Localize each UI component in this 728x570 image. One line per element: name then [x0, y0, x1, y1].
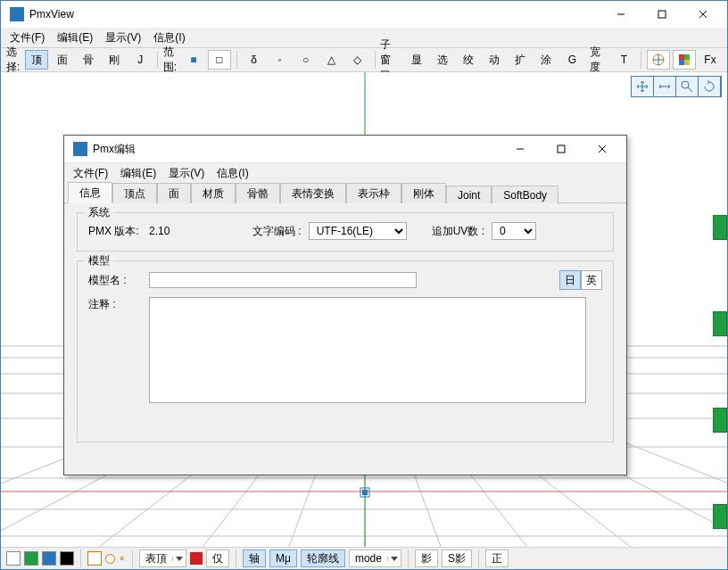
- child-close-button[interactable]: [582, 136, 623, 162]
- tab-bone[interactable]: 骨骼: [236, 183, 280, 203]
- lang-en-button[interactable]: 英: [581, 270, 602, 290]
- sshadow-button[interactable]: S影: [442, 549, 472, 567]
- range-dot-button[interactable]: ■: [182, 50, 205, 70]
- model-name-label: 模型名 :: [88, 273, 142, 288]
- fx-button[interactable]: Fx: [699, 50, 722, 70]
- encoding-select[interactable]: UTF-16(LE): [309, 222, 407, 240]
- range-mid-button[interactable]: ◦: [269, 50, 292, 70]
- sub-g-button[interactable]: G: [560, 50, 583, 70]
- sub-d-button[interactable]: 动: [483, 50, 506, 70]
- model-name-input[interactable]: [149, 272, 417, 288]
- svg-rect-34: [362, 490, 368, 495]
- encoding-label: 文字编码 :: [252, 224, 302, 239]
- bg-white-button[interactable]: [6, 551, 21, 566]
- pmx-version-label: PMX 版本:: [88, 224, 142, 239]
- sel-face-button[interactable]: 面: [51, 50, 74, 70]
- side-tab-2[interactable]: [713, 311, 727, 336]
- move-button[interactable]: [653, 76, 676, 97]
- tab-rigid[interactable]: 刚体: [401, 183, 446, 203]
- sub-t-button[interactable]: T: [612, 50, 635, 70]
- pmxview-window: PmxView 文件(F) 编辑(E) 显示(V) 信息(I) 选择: 顶 面 …: [0, 0, 728, 570]
- child-menu-edit[interactable]: 编辑(E): [120, 166, 156, 181]
- child-menu-file[interactable]: 文件(F): [73, 166, 108, 181]
- range-tri-button[interactable]: △: [320, 50, 343, 70]
- range-circ-button[interactable]: ○: [294, 50, 318, 70]
- menu-edit[interactable]: 编辑(E): [57, 30, 93, 45]
- sub-c-button[interactable]: 绞: [457, 50, 480, 70]
- range-rect-button[interactable]: □: [208, 50, 231, 70]
- tab-vertex[interactable]: 顶点: [112, 183, 157, 203]
- comment-textarea[interactable]: [149, 297, 586, 403]
- system-group: 系统 PMX 版本: 2.10 文字编码 : UTF-16(LE) 追加UV数 …: [77, 212, 614, 252]
- child-menu-info[interactable]: 信息(I): [217, 166, 248, 181]
- separator: [641, 51, 641, 69]
- menu-view[interactable]: 显示(V): [105, 30, 141, 45]
- pan-button[interactable]: [631, 76, 654, 97]
- shadow-button[interactable]: 影: [415, 549, 438, 567]
- pmx-editor-window: Pmx编辑 文件(F) 编辑(E) 显示(V) 信息(I) 信息 顶点 面 材质…: [63, 135, 627, 475]
- range-label: 范围:: [163, 45, 178, 75]
- separator: [408, 549, 409, 567]
- sel-rigid-button[interactable]: 刚: [103, 50, 126, 70]
- red-square-icon[interactable]: [190, 552, 203, 565]
- bg-blue-button[interactable]: [42, 551, 56, 566]
- sub-a-button[interactable]: 显: [405, 50, 428, 70]
- sub-b-button[interactable]: 选: [431, 50, 454, 70]
- svg-line-39: [688, 87, 692, 92]
- svg-rect-41: [558, 145, 565, 153]
- lang-jp-button[interactable]: 日: [559, 270, 581, 290]
- child-minimize-button[interactable]: [500, 136, 541, 162]
- rotate-button[interactable]: [698, 76, 721, 97]
- color-circle-button[interactable]: [647, 50, 670, 70]
- side-tab-1[interactable]: [713, 215, 727, 240]
- tab-frame[interactable]: 表示枠: [346, 183, 401, 203]
- close-button[interactable]: [682, 1, 724, 28]
- sel-joint-button[interactable]: J: [128, 50, 152, 70]
- uv-select[interactable]: 0: [492, 222, 536, 240]
- tab-softbody[interactable]: SoftBody: [492, 186, 558, 203]
- quad-color-button[interactable]: [673, 50, 696, 70]
- side-tab-3[interactable]: [713, 408, 727, 433]
- uv-label: 追加UV数 :: [432, 224, 484, 239]
- tab-info[interactable]: 信息: [68, 182, 112, 203]
- side-tab-4[interactable]: [713, 504, 727, 529]
- range-rhom-button[interactable]: ◇: [346, 50, 369, 70]
- outline-button[interactable]: 轮廓线: [301, 549, 345, 567]
- mode-dropdown[interactable]: mode: [349, 549, 401, 567]
- minimize-button[interactable]: [600, 1, 641, 28]
- side-tabs: [713, 215, 727, 529]
- child-maximize-button[interactable]: [541, 136, 582, 162]
- surface-dropdown[interactable]: 表頂: [139, 549, 186, 567]
- range-delta-button[interactable]: δ: [243, 50, 266, 70]
- bg-green-button[interactable]: [24, 551, 38, 566]
- sub-w-button[interactable]: 宽度: [586, 50, 609, 70]
- maximize-button[interactable]: [641, 1, 682, 28]
- tab-joint[interactable]: Joint: [446, 186, 492, 203]
- zoom-button[interactable]: [675, 76, 699, 97]
- bottom-toolbar: ∘ 表頂 仅 轴 Mμ 轮廓线 mode 影 S影 正: [1, 547, 727, 569]
- sub-e-button[interactable]: 扩: [509, 50, 532, 70]
- svg-point-38: [682, 81, 689, 88]
- mu-button[interactable]: Mμ: [269, 549, 297, 567]
- separator: [132, 549, 133, 567]
- only-button[interactable]: 仅: [206, 549, 229, 567]
- ortho-button[interactable]: 正: [485, 549, 509, 567]
- svg-rect-9: [679, 60, 684, 65]
- axis-button[interactable]: 轴: [243, 549, 266, 567]
- separator: [157, 51, 158, 69]
- tab-morph[interactable]: 表情变换: [280, 183, 346, 203]
- light2-button[interactable]: [105, 554, 115, 564]
- sel-bone-button[interactable]: 骨: [77, 50, 100, 70]
- menu-info[interactable]: 信息(I): [153, 30, 185, 45]
- child-title: Pmx编辑: [93, 142, 136, 157]
- sel-vertex-button[interactable]: 顶: [25, 50, 48, 70]
- child-menu-view[interactable]: 显示(V): [169, 166, 204, 181]
- bg-black-button[interactable]: [60, 551, 74, 566]
- system-group-label: 系统: [85, 205, 113, 220]
- sub-f-button[interactable]: 涂: [534, 50, 558, 70]
- light1-button[interactable]: [87, 551, 102, 566]
- menu-file[interactable]: 文件(F): [10, 30, 45, 45]
- tab-material[interactable]: 材质: [191, 183, 236, 203]
- separator: [375, 51, 376, 69]
- tab-face[interactable]: 面: [157, 183, 191, 203]
